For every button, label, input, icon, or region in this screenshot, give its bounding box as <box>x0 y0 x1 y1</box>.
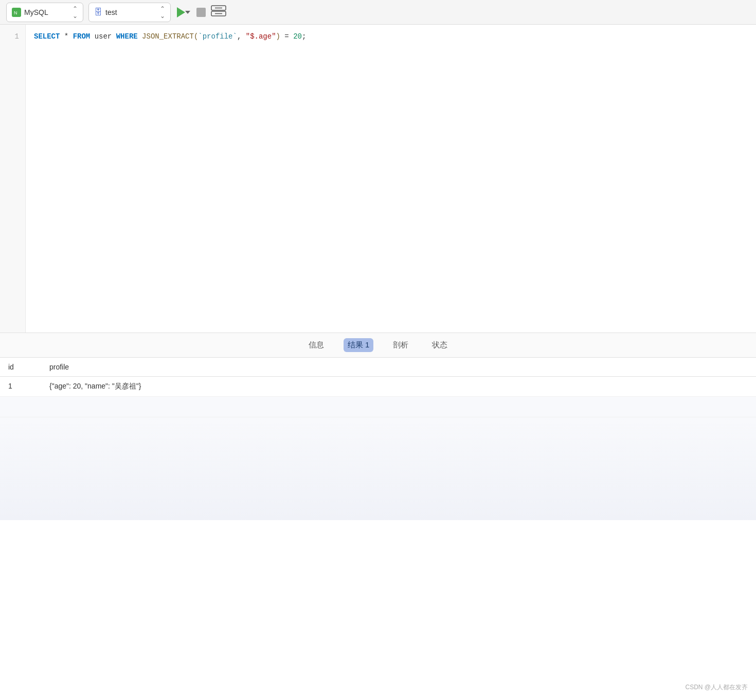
run-button[interactable] <box>176 6 191 19</box>
watermark: CSDN @人人都在发齐 <box>685 683 748 692</box>
run-dropdown-arrow-icon <box>185 11 190 14</box>
sql-function-name: JSON_EXTRACT( <box>138 32 199 41</box>
stop-button[interactable] <box>196 8 206 17</box>
table-header-row: id profile <box>0 358 756 377</box>
sql-number-value: 20 <box>293 32 302 41</box>
db-type-label: MySQL <box>24 8 69 16</box>
sql-column-name: `profile` <box>198 32 237 41</box>
column-header-empty <box>221 358 756 377</box>
results-table: id profile 1 {"age": 20, "name": "吴彦祖"} <box>0 358 756 417</box>
results-section: id profile 1 {"age": 20, "name": "吴彦祖"} <box>0 358 756 520</box>
mysql-icon: N <box>12 8 21 17</box>
sql-comma: , <box>237 32 246 41</box>
editor-content[interactable]: SELECT * FROM user WHERE JSON_EXTRACT(`p… <box>26 25 756 333</box>
sql-from-keyword: FROM <box>73 32 91 41</box>
tab-info[interactable]: 信息 <box>304 338 328 352</box>
db-selector-chevron-icon: ⌃⌄ <box>73 5 78 20</box>
schema-selector[interactable]: 🗄 test ⌃⌄ <box>88 3 171 22</box>
cell-profile: {"age": 20, "name": "吴彦祖"} <box>41 377 221 397</box>
cell-empty <box>221 377 756 397</box>
svg-text:N: N <box>14 10 17 15</box>
tab-result1[interactable]: 结果 1 <box>344 338 374 352</box>
column-header-profile: profile <box>41 358 221 377</box>
sql-table-name: user <box>90 32 116 41</box>
editor-area[interactable]: 1 SELECT * FROM user WHERE JSON_EXTRACT(… <box>0 25 756 333</box>
sql-path-string: "$.age" <box>246 32 276 41</box>
line-numbers: 1 <box>0 25 26 333</box>
sql-star: * <box>60 32 73 41</box>
sql-select-keyword: SELECT <box>34 32 60 41</box>
schema-selector-chevron-icon: ⌃⌄ <box>160 5 165 20</box>
tab-status[interactable]: 状态 <box>428 338 452 352</box>
empty-cell-1 <box>0 397 756 417</box>
table-row-empty-1 <box>0 397 756 417</box>
column-header-id: id <box>0 358 41 377</box>
sql-equals: = <box>280 32 293 41</box>
line-number-1: 1 <box>0 31 25 42</box>
explain-button[interactable] <box>211 5 226 19</box>
tab-profile[interactable]: 剖析 <box>389 338 412 352</box>
toolbar: N MySQL ⌃⌄ 🗄 test ⌃⌄ <box>0 0 756 25</box>
db-type-selector[interactable]: N MySQL ⌃⌄ <box>6 3 83 22</box>
empty-rows-area <box>0 417 756 520</box>
cell-id: 1 <box>0 377 41 397</box>
play-icon <box>177 7 185 17</box>
sql-semicolon: ; <box>302 32 306 41</box>
table-row: 1 {"age": 20, "name": "吴彦祖"} <box>0 377 756 397</box>
result-tabs: 信息 结果 1 剖析 状态 <box>0 333 756 358</box>
sql-closing-paren: ) <box>276 32 280 41</box>
sql-where-keyword: WHERE <box>116 32 138 41</box>
schema-icon: 🗄 <box>94 8 102 17</box>
schema-label: test <box>105 8 157 16</box>
